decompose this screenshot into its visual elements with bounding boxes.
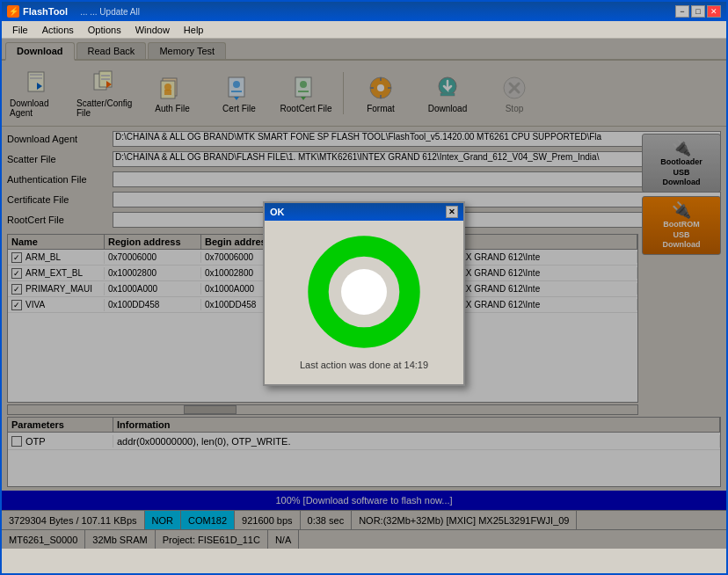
title-bar-title: FlashTool	[23, 6, 68, 17]
menu-actions[interactable]: Actions	[35, 23, 81, 37]
svg-point-33	[341, 269, 387, 315]
close-button[interactable]: ✕	[707, 5, 721, 18]
modal-content: Last action was done at 14:19	[265, 221, 463, 384]
app-window: ⚡ FlashTool ... ... Update All − □ ✕ Fil…	[0, 0, 728, 575]
menu-help[interactable]: Help	[177, 23, 211, 37]
menu-options[interactable]: Options	[81, 23, 128, 37]
progress-donut	[307, 235, 421, 349]
title-bar-controls: − □ ✕	[675, 5, 721, 18]
menu-file[interactable]: File	[5, 23, 35, 37]
minimize-button[interactable]: −	[675, 5, 689, 18]
modal-dialog: OK ✕ Last action was done at 14:19	[263, 201, 465, 386]
menu-window[interactable]: Window	[128, 23, 177, 37]
title-bar: ⚡ FlashTool ... ... Update All − □ ✕	[2, 2, 726, 21]
title-bar-left: ⚡ FlashTool ... ... Update All	[7, 5, 140, 18]
modal-close-button[interactable]: ✕	[446, 206, 458, 218]
modal-overlay: OK ✕ Last action was done at 14:19	[2, 39, 726, 549]
menu-bar: File Actions Options Window Help	[2, 21, 726, 39]
modal-status-text: Last action was done at 14:19	[300, 360, 428, 370]
main-content: Download Read Back Memory Test Download …	[2, 39, 726, 549]
maximize-button[interactable]: □	[691, 5, 705, 18]
title-bar-extra: ... ... Update All	[80, 7, 140, 17]
modal-titlebar: OK ✕	[265, 203, 463, 221]
modal-title: OK	[270, 207, 285, 217]
app-icon: ⚡	[7, 5, 19, 18]
